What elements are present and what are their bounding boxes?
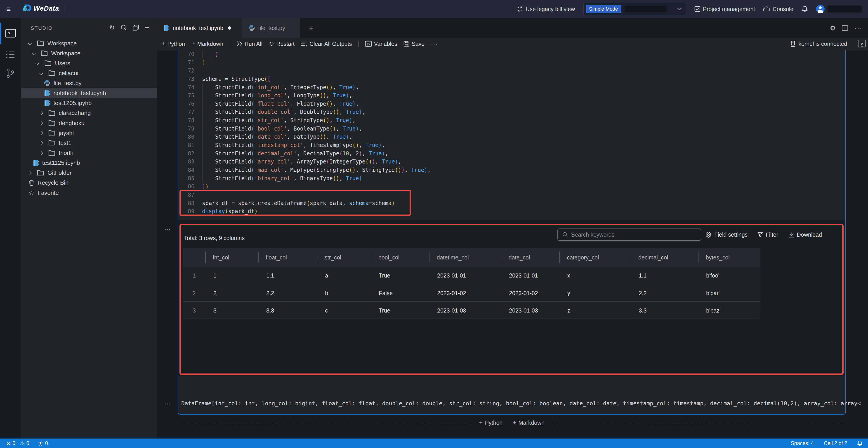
- more-toolbar-actions[interactable]: ···: [431, 41, 438, 47]
- tree-item-label: notebook_test.ipynb: [53, 90, 106, 97]
- clear-all-outputs-button[interactable]: Clear All Outputs: [301, 41, 352, 47]
- code-line-79[interactable]: 79 StructField('bool_col', BooleanType()…: [178, 125, 431, 133]
- folder-icon: [44, 60, 51, 66]
- code-text: StructField('long_col', LongType(), True…: [194, 92, 352, 100]
- code-line-70[interactable]: 70 ): [178, 50, 431, 59]
- project-management-link[interactable]: Project management: [694, 6, 755, 12]
- folder-icon: [49, 120, 55, 126]
- warnings-indicator[interactable]: ⚠0: [20, 440, 29, 446]
- code-line-74[interactable]: 74 StructField('int_col', IntegerType(),…: [178, 83, 431, 92]
- more-actions-icon[interactable]: ···: [854, 24, 863, 32]
- add-markdown-button[interactable]: +Markdown: [513, 419, 545, 426]
- tree-item-workspace[interactable]: Workspace: [21, 48, 157, 58]
- tree-item-celiacui[interactable]: celiacui: [21, 68, 157, 78]
- settings-gear-icon[interactable]: ⚙: [830, 24, 836, 32]
- code-line-77[interactable]: 77 StructField('double_col', DoubleType(…: [178, 108, 431, 116]
- refresh-icon[interactable]: ↻: [110, 24, 115, 31]
- top-bar: ≡ WeData Use legacy bill view Simple Mod…: [0, 0, 868, 18]
- chevron-right-icon[interactable]: [39, 151, 43, 155]
- cell-indicator[interactable]: Cell 2 of 2: [824, 440, 847, 446]
- tree-item-dengboxu[interactable]: dengboxu: [21, 118, 157, 128]
- code-line-85[interactable]: 85 StructField('binary_col', BinaryType(…: [178, 174, 431, 183]
- notifications-bell-icon[interactable]: [857, 440, 863, 446]
- code-line-81[interactable]: 81 StructField('timestamp_col', Timestam…: [178, 141, 431, 149]
- chevron-down-icon[interactable]: [35, 61, 39, 65]
- code-line-76[interactable]: 76 StructField('float_col', FloatType(),…: [178, 100, 431, 108]
- new-file-icon[interactable]: +: [145, 24, 149, 32]
- folder-icon: [49, 70, 55, 76]
- code-line-78[interactable]: 78 StructField('str_col', StringType(), …: [178, 116, 431, 125]
- chevron-right-icon[interactable]: [28, 171, 32, 175]
- run-all-button[interactable]: Run All: [237, 41, 262, 47]
- mode-select-dropdown[interactable]: Simple Mode: [583, 3, 686, 15]
- kernel-selector-box[interactable]: v: [858, 40, 866, 47]
- line-number: 75: [178, 92, 194, 100]
- code-text: StructField('int_col', IntegerType(), Tr…: [194, 83, 359, 92]
- variables-button[interactable]: (x) Variables: [365, 41, 397, 47]
- tree-item-test1[interactable]: test1: [21, 138, 157, 148]
- line-number: 70: [178, 50, 194, 59]
- add-python-button[interactable]: +Python: [479, 419, 502, 426]
- errors-indicator[interactable]: ⊗0: [6, 440, 16, 446]
- bell-icon[interactable]: [802, 6, 808, 12]
- git-branch-icon[interactable]: [6, 68, 15, 78]
- tree-item-jayshi[interactable]: jayshi: [21, 128, 157, 138]
- activity-bar: >_: [0, 18, 21, 439]
- chevron-down-icon[interactable]: [39, 71, 43, 75]
- kernel-status: kernel is connected: [799, 41, 847, 47]
- studio-terminal-icon[interactable]: >_: [5, 29, 16, 37]
- console-link[interactable]: Console: [763, 6, 794, 12]
- chevron-down-icon[interactable]: [32, 51, 35, 55]
- tree-item-label: file_test.py: [53, 80, 81, 87]
- chevron-right-icon[interactable]: [39, 121, 43, 125]
- tab-file-test[interactable]: file_test.py: [242, 18, 300, 38]
- menu-icon[interactable]: ≡: [6, 4, 14, 14]
- tree-item-label: claraqzhang: [59, 109, 91, 116]
- search-icon[interactable]: [121, 24, 127, 31]
- tree-item-recycle-bin[interactable]: Recycle Bin: [21, 178, 157, 188]
- output-collapse-handle-2[interactable]: ···: [164, 400, 170, 408]
- add-markdown-cell-button[interactable]: +Markdown: [191, 40, 223, 47]
- code-line-84[interactable]: 84 StructField('map_col', MapType(String…: [178, 166, 431, 174]
- notebook-file-icon: [164, 25, 169, 31]
- legacy-bill-view-link[interactable]: Use legacy bill view: [517, 6, 575, 12]
- collapse-folders-icon[interactable]: [133, 24, 139, 31]
- output-collapse-handle[interactable]: ···: [164, 226, 170, 234]
- split-editor-icon[interactable]: [842, 25, 848, 31]
- tree-item-gitfolder[interactable]: GitFolder: [21, 168, 157, 178]
- tree-item-thorlli[interactable]: thorlli: [21, 148, 157, 158]
- code-line-83[interactable]: 83 StructField('array_col', ArrayType(In…: [178, 158, 431, 166]
- line-number: 81: [178, 141, 194, 149]
- restart-kernel-button[interactable]: ↻Restart: [269, 40, 294, 48]
- save-button[interactable]: Save: [403, 41, 425, 47]
- code-line-73[interactable]: 73schema = StructType([: [178, 75, 431, 83]
- outline-list-icon[interactable]: [6, 51, 15, 58]
- add-python-cell-button[interactable]: +Python: [161, 40, 185, 47]
- tree-item-test1125-ipynb[interactable]: test1125.ipynb: [21, 158, 157, 168]
- code-line-75[interactable]: 75 StructField('long_col', LongType(), T…: [178, 92, 431, 100]
- tab-notebook-test[interactable]: notebook_test.ipynb: [157, 18, 242, 38]
- chevron-right-icon[interactable]: [39, 111, 43, 115]
- code-line-82[interactable]: 82 StructField('decimal_col', DecimalTyp…: [178, 149, 431, 158]
- chevron-right-icon[interactable]: [39, 131, 43, 135]
- tree-item-workspace[interactable]: Workspace: [21, 38, 157, 48]
- folder-icon: [49, 130, 55, 136]
- folder-icon: [37, 170, 44, 176]
- ports-indicator[interactable]: 0: [37, 440, 48, 446]
- tree-item-users[interactable]: Users: [21, 58, 157, 68]
- new-tab-button[interactable]: +: [304, 18, 318, 38]
- code-line-71[interactable]: 71]: [178, 59, 431, 67]
- py-icon: [44, 80, 50, 86]
- cloud-icon: [763, 6, 770, 12]
- tree-item-favorite[interactable]: ☆Favorite: [21, 188, 157, 198]
- tree-item-claraqzhang[interactable]: claraqzhang: [21, 108, 157, 118]
- user-account[interactable]: [816, 5, 862, 13]
- code-line-80[interactable]: 80 StructField('date_col', DateType(), T…: [178, 133, 431, 141]
- chevron-right-icon[interactable]: [39, 141, 43, 145]
- chevron-down-icon[interactable]: [28, 41, 32, 45]
- folder-icon: [37, 40, 44, 46]
- tab-title: notebook_test.ipynb: [173, 25, 223, 31]
- tree-item-label: celiacui: [59, 70, 79, 77]
- spaces-indicator[interactable]: Spaces: 4: [791, 440, 814, 446]
- code-line-72[interactable]: 72: [178, 67, 431, 75]
